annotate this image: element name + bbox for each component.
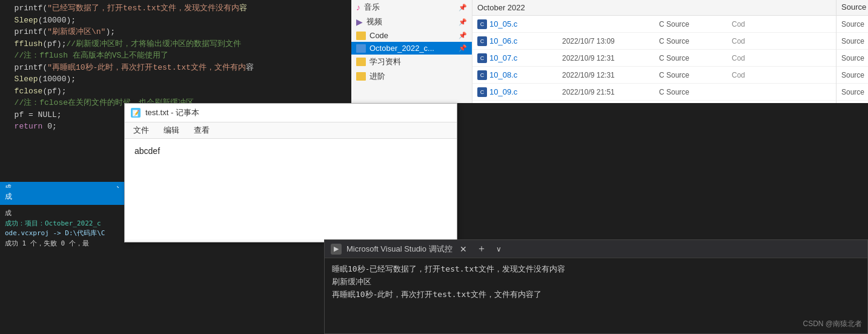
terminal-text-2: 再睡眠10秒-此时，再次打开test.txt文件，文件有内容了 (332, 289, 542, 301)
folder-item-video[interactable]: ▶ 视频 📌 (351, 15, 472, 29)
folder-name-video: 视频 (366, 16, 382, 27)
output-text: 成 成功：项目：October_2022_c ode.vcxproj -> D:… (0, 205, 124, 252)
file-name-0: 10_05.c (489, 19, 562, 28)
c-icon-3: C (477, 70, 487, 80)
file-name-1: 10_06.c (489, 36, 562, 45)
file-code-2: Cod (732, 54, 745, 62)
pin-icon-3: 📌 (459, 32, 467, 39)
file-date-1: 2022/10/7 13:09 (562, 37, 659, 45)
notepad-text: abcdef (134, 146, 160, 156)
notepad-window: 📝 test.txt - 记事本 文件 编辑 查看 abcdef (124, 103, 457, 242)
terminal-titlebar: ▶ Microsoft Visual Studio 调试控 ✕ ＋ ∨ (325, 240, 867, 258)
source-column: Source Source Source Source Source Sourc… (836, 0, 868, 103)
file-name-3: 10_08.c (489, 70, 562, 79)
code-line-4: fflush(pf);//刷新缓冲区时，才将输出缓冲区的数据写到文件 (5, 38, 346, 50)
code-line-6: printf("再睡眠10秒-此时，再次打开test.txt文件，文件有内容 (5, 62, 346, 74)
file-row-2[interactable]: C 10_07.c 2022/10/9 12:31 C Source Cod (472, 50, 848, 67)
folder-name-october: October_2022_c... (369, 44, 434, 53)
folder-name-study: 学习资料 (369, 56, 401, 67)
file-date-3: 2022/10/9 12:31 (562, 71, 659, 79)
file-code-0: Cod (732, 20, 745, 28)
terminal-text-1: 刷新缓冲区 (332, 276, 371, 289)
music-icon: ♪ (356, 2, 360, 12)
file-type-1: C Source (659, 37, 720, 45)
menu-view[interactable]: 查看 (191, 124, 212, 137)
file-row-1[interactable]: C 10_06.c 2022/10/7 13:09 C Source Cod (472, 33, 848, 50)
notepad-icon: 📝 (131, 108, 141, 118)
file-name-4: 10_09.c (489, 87, 562, 96)
output-panel: 成 成 成功：项目：October_2022_c ode.vcxproj -> … (0, 188, 124, 334)
code-line-7: Sleep(10000); (5, 73, 346, 85)
terminal-title: Microsoft Visual Studio 调试控 (346, 244, 452, 255)
terminal-add-button[interactable]: ＋ (474, 242, 489, 255)
c-icon-4: C (477, 87, 487, 97)
folder-item-october[interactable]: October_2022_c... 📌 (351, 42, 472, 55)
file-explorer: ♪ 音乐 📌 ▶ 视频 📌 Code 📌 October_2022_c... 📌… (351, 0, 848, 103)
folder-item-music[interactable]: ♪ 音乐 📌 (351, 0, 472, 15)
menu-file[interactable]: 文件 (131, 124, 151, 137)
notepad-content[interactable]: abcdef (125, 139, 457, 239)
file-row-0[interactable]: C 10_05.c C Source Cod (472, 16, 848, 33)
c-icon-1: C (477, 36, 487, 46)
output-line-1: 成 (5, 209, 119, 219)
folder-item-study[interactable]: 学习资料 (351, 55, 472, 69)
file-row-3[interactable]: C 10_08.c 2022/10/9 12:31 C Source Cod (472, 67, 848, 84)
c-icon-2: C (477, 53, 487, 63)
menu-edit[interactable]: 编辑 (161, 124, 182, 137)
folder-item-code[interactable]: Code 📌 (351, 29, 472, 42)
file-name-2: 10_07.c (489, 53, 562, 62)
terminal-line-1: 刷新缓冲区 (332, 276, 860, 289)
folder-icon-october (356, 44, 366, 53)
source-row-1: Source (837, 33, 868, 50)
pin-icon-2: 📌 (459, 18, 467, 26)
file-type-2: C Source (659, 54, 720, 62)
file-list: C 10_05.c C Source Cod C 10_06.c 2022/10… (472, 16, 848, 103)
breadcrumb-bar: October 2022 (472, 0, 848, 16)
terminal-panel: ▶ Microsoft Visual Studio 调试控 ✕ ＋ ∨ 睡眠10… (324, 239, 868, 334)
file-row-5[interactable]: C 10_10.c 2022/10/10 23:03 C Source (472, 101, 848, 103)
c-icon: C (477, 19, 487, 29)
file-code-3: Cod (732, 71, 745, 79)
terminal-dropdown-button[interactable]: ∨ (494, 245, 504, 253)
folder-name-code: Code (369, 31, 388, 40)
terminal-line-2: 再睡眠10秒-此时，再次打开test.txt文件，文件有内容了 (332, 289, 860, 301)
terminal-close-button[interactable]: ✕ (457, 244, 469, 254)
terminal-text-0: 睡眠10秒-已经写数据了，打开test.txt文件，发现文件没有内容 (332, 263, 565, 276)
folder-icon-advanced (356, 72, 366, 81)
terminal-line-0: 睡眠10秒-已经写数据了，打开test.txt文件，发现文件没有内容 (332, 263, 860, 276)
output-header-text: 成 (5, 192, 12, 202)
source-row-4: Source (837, 84, 868, 101)
folder-icon-code (356, 32, 366, 40)
source-row-2: Source (837, 50, 868, 67)
output-header: 成 (0, 188, 124, 205)
pin-icon-4: 📌 (459, 44, 467, 52)
output-line-4: 成功 1 个，失败 0 个，最 (5, 239, 119, 249)
source-rows: Source Source Source Source Source (837, 16, 868, 101)
file-row-4[interactable]: C 10_09.c 2022/10/9 21:51 C Source (472, 84, 848, 101)
notepad-titlebar: 📝 test.txt - 记事本 (125, 104, 457, 122)
code-line-1: printf("已经写数据了，打开test.txt文件，发现文件没有内容 (5, 2, 346, 15)
notepad-menubar: 文件 编辑 查看 (125, 122, 457, 139)
code-line-8: fclose(pf); (5, 85, 346, 98)
csdn-text: CSDN @南猿北者 (803, 319, 862, 328)
terminal-icon: ▶ (331, 244, 342, 255)
folder-item-advanced[interactable]: 进阶 (351, 69, 472, 84)
csdn-watermark: CSDN @南猿北者 (803, 319, 862, 329)
folder-icon-study (356, 58, 366, 66)
output-line-3: ode.vcxproj -> D:\代码库\C (5, 229, 119, 239)
folder-name-music: 音乐 (364, 2, 380, 13)
source-header: Source (837, 0, 868, 16)
terminal-content: 睡眠10秒-已经写数据了，打开test.txt文件，发现文件没有内容 刷新缓冲区… (325, 258, 867, 306)
code-line-5: //注：fflush 在高版本的VS上不能使用了 (5, 50, 346, 62)
code-line-2: Sleep(10000); (5, 15, 346, 27)
file-date-2: 2022/10/9 12:31 (562, 54, 659, 62)
file-type-3: C Source (659, 71, 720, 79)
file-type-4: C Source (659, 88, 720, 96)
file-date-4: 2022/10/9 21:51 (562, 88, 659, 96)
folder-name-advanced: 进阶 (369, 71, 385, 82)
notepad-title: test.txt - 记事本 (145, 107, 199, 118)
pin-icon: 📌 (459, 4, 467, 12)
file-type-0: C Source (659, 20, 720, 28)
code-line-3: printf("刷新缓冲区\n"); (5, 26, 346, 38)
file-code-1: Cod (732, 37, 745, 45)
